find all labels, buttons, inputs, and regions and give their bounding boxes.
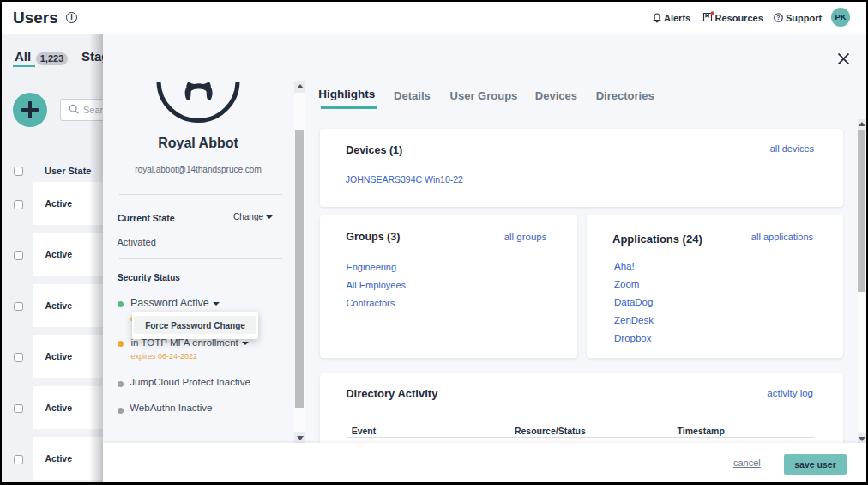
svg-text:?: ? (776, 15, 780, 21)
